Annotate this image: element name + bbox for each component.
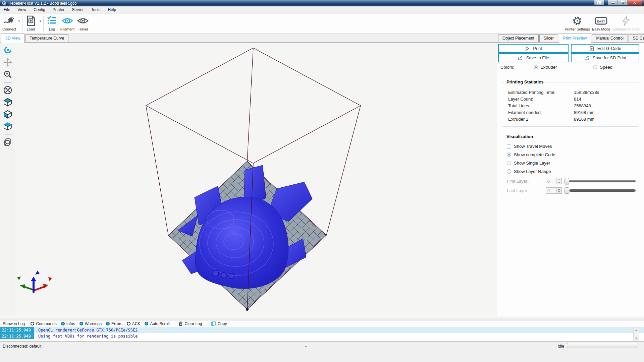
visualization-title: Visualization [505, 134, 535, 139]
easy-mode-button[interactable]: EASY Easy Mode [591, 15, 611, 31]
zoom-view-button[interactable] [3, 69, 13, 79]
move-view-button[interactable] [3, 57, 13, 67]
spin-up-icon[interactable] [557, 188, 561, 191]
log-toggle-infos[interactable]: Infos [61, 321, 75, 326]
main-toolbar: Connect ▼ Load ▼ Log [0, 14, 644, 34]
edit-gcode-button[interactable]: Edit G-Code [571, 44, 639, 53]
front-view-button[interactable] [3, 109, 13, 119]
log-toggle-warnings[interactable]: Warnings [79, 321, 102, 326]
colors-extruder-radio[interactable] [534, 65, 538, 69]
save-to-file-button[interactable]: Save to File [498, 53, 569, 62]
log-toggle-errors[interactable]: Errors [106, 321, 122, 326]
toggle-on-icon [106, 322, 110, 325]
menu-file[interactable]: File [0, 6, 14, 13]
menu-config[interactable]: Config [30, 6, 49, 13]
copy-log-button[interactable]: Copy [211, 321, 227, 326]
scroll-up-icon[interactable] [634, 327, 639, 333]
show-single-layer-radio[interactable] [507, 161, 511, 165]
filament-eye-icon [61, 15, 73, 26]
emergency-stop-button[interactable]: Emergency Stop [611, 15, 641, 31]
printer-settings-button[interactable]: Printer Settings [564, 15, 591, 31]
move-icon [3, 58, 12, 67]
connection-status: Disconnected: default [3, 344, 41, 349]
menu-tools[interactable]: Tools [88, 6, 104, 13]
3d-viewport[interactable] [0, 43, 497, 316]
3d-scene [15, 43, 497, 316]
fit-view-button[interactable] [3, 85, 13, 95]
last-layer-spinner[interactable]: 0 [546, 187, 562, 194]
clear-log-button[interactable]: Clear Log [178, 321, 202, 326]
parallel-projection-button[interactable] [3, 137, 13, 147]
show-layer-range-row: Show Layer Range [507, 169, 551, 174]
show-complete-code-radio[interactable] [507, 153, 511, 157]
log-toolbar: Show in Log: Commands Infos Warnings Err… [0, 320, 644, 327]
log-entry: 22:11:25.949 Using fast VBOs for renderi… [0, 333, 644, 339]
travel-eye-icon [77, 15, 89, 26]
show-layer-range-radio[interactable] [507, 169, 511, 174]
tab-temperature-curve[interactable]: Temperature Curve [25, 34, 68, 42]
top-cube-icon [3, 122, 12, 131]
travel-toggle-button[interactable]: Travel [75, 15, 90, 31]
print-button[interactable]: Print [498, 44, 569, 53]
log-toggle-autoscroll[interactable]: Auto Scroll [145, 321, 169, 326]
colors-speed-label: Speed [600, 65, 612, 70]
first-layer-row: First Layer: 0 [507, 178, 636, 184]
colors-speed-radio[interactable] [593, 65, 597, 69]
connect-button[interactable]: Connect [1, 15, 17, 31]
last-layer-slider[interactable] [565, 187, 636, 194]
view-tab-bar: 3D View Temperature Curve [0, 34, 497, 43]
save-for-sd-button[interactable]: Save for SD Print [571, 53, 639, 62]
tab-manual-control[interactable]: Manual Control [592, 34, 628, 42]
scroll-down-icon[interactable] [634, 336, 639, 341]
toolstrip-divider [4, 82, 11, 82]
toolbar-separator [22, 16, 22, 31]
tab-3d-view[interactable]: 3D View [1, 34, 24, 43]
plug-icon [3, 15, 15, 26]
lightning-icon [620, 15, 632, 26]
connect-dropdown-icon[interactable]: ▼ [17, 20, 21, 23]
first-layer-spinner[interactable]: 0 [546, 178, 562, 184]
easy-mode-label: Easy Mode [592, 27, 610, 31]
right-panel: Object Placement Slicer Print Preview Ma… [497, 34, 644, 316]
toggle-log-window-button[interactable] [594, 0, 604, 5]
load-dropdown-icon[interactable]: ▼ [38, 20, 42, 23]
top-view-button[interactable] [3, 121, 13, 131]
fit-view-icon [3, 86, 12, 95]
isometric-view-button[interactable] [3, 97, 13, 107]
toggle-off-icon [31, 322, 34, 325]
gcode-model [178, 165, 312, 289]
load-button[interactable]: Load [23, 15, 38, 31]
log-toggle-commands[interactable]: Commands [31, 321, 56, 326]
tab-print-preview[interactable]: Print Preview [559, 34, 591, 43]
menu-help[interactable]: Help [104, 6, 120, 13]
log-toggle-ack[interactable]: ACK [127, 321, 141, 326]
menu-server[interactable]: Server [68, 6, 87, 13]
maximize-button[interactable] [618, 0, 628, 5]
tab-slicer[interactable]: Slicer [539, 34, 558, 42]
menu-printer[interactable]: Printer [49, 6, 68, 13]
show-complete-code-label: Show complete Code [514, 152, 555, 157]
close-button[interactable]: ✕ [628, 0, 642, 5]
travel-label: Travel [78, 27, 88, 31]
show-travel-moves-checkbox[interactable] [507, 144, 511, 148]
log-view[interactable]: 22:11:25.949 OpenGL renderer:GeForce GTX… [0, 327, 644, 341]
filament-toggle-button[interactable]: Filament [59, 15, 75, 31]
log-toggle-button[interactable]: Log [45, 15, 59, 31]
printing-statistics-title: Printing Statistics [505, 79, 545, 84]
window-title: Repetier-Host V2.1.2 - BootHeelR.gco [8, 1, 76, 6]
view-toolstrip [0, 43, 15, 316]
toggle-on-icon [145, 322, 148, 325]
load-file-icon [25, 15, 37, 26]
export-icon [518, 55, 523, 61]
minimize-button[interactable] [608, 0, 618, 5]
rotate-view-button[interactable] [3, 45, 13, 55]
spin-down-icon[interactable] [557, 191, 561, 193]
log-splitter[interactable] [0, 316, 644, 320]
menu-view[interactable]: View [14, 6, 30, 13]
spin-down-icon[interactable] [557, 181, 561, 184]
log-scrollbar[interactable] [633, 327, 639, 341]
first-layer-slider[interactable] [565, 178, 636, 184]
spin-up-icon[interactable] [557, 178, 561, 181]
tab-object-placement[interactable]: Object Placement [498, 34, 539, 42]
tab-sd-card[interactable]: SD Card [629, 34, 644, 42]
